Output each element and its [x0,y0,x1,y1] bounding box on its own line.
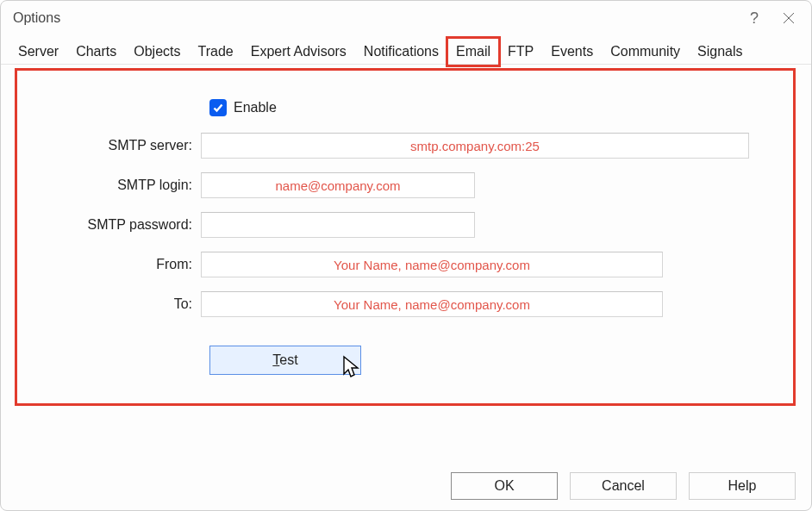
smtp-login-row: SMTP login: [39,171,771,199]
options-dialog: Options ? Server Charts Objects Trade Ex… [0,0,812,511]
tab-ftp[interactable]: FTP [503,39,539,64]
smtp-password-row: SMTP password: [39,211,771,239]
tab-charts[interactable]: Charts [71,39,122,64]
smtp-server-input[interactable] [201,133,749,159]
tab-email[interactable]: Email [451,39,496,64]
from-label: From: [39,257,201,272]
enable-checkbox[interactable] [209,99,227,116]
smtp-server-label: SMTP server: [39,138,201,153]
from-input[interactable] [201,252,663,277]
smtp-password-input[interactable] [201,212,475,238]
titlebar: Options ? [1,1,811,35]
dialog-footer: OK Cancel Help [451,472,796,500]
from-row: From: [39,251,771,278]
test-button[interactable]: Test [209,346,361,375]
tab-notifications[interactable]: Notifications [359,39,444,64]
enable-row: Enable [209,99,771,116]
smtp-password-label: SMTP password: [39,217,201,233]
ok-button[interactable]: OK [451,472,558,500]
help-button[interactable]: Help [689,472,796,500]
tab-signals[interactable]: Signals [692,39,747,64]
cancel-button[interactable]: Cancel [570,472,677,500]
tab-objects[interactable]: Objects [128,39,185,64]
smtp-login-label: SMTP login: [39,178,201,193]
smtp-login-input[interactable] [201,172,475,198]
tab-server[interactable]: Server [13,39,64,64]
to-row: To: [39,290,771,318]
tab-events[interactable]: Events [546,39,598,64]
email-form: Enable SMTP server: SMTP login: SMTP pas… [15,68,796,406]
smtp-server-row: SMTP server: [39,132,771,159]
tab-bar: Server Charts Objects Trade Expert Advis… [1,35,811,65]
tab-trade[interactable]: Trade [193,39,239,64]
tab-community[interactable]: Community [605,39,685,64]
enable-label: Enable [234,100,277,115]
tab-expert-advisors[interactable]: Expert Advisors [246,39,352,64]
help-icon[interactable]: ? [737,1,771,35]
email-panel: Enable SMTP server: SMTP login: SMTP pas… [1,65,811,510]
to-input[interactable] [201,291,663,317]
close-icon[interactable] [771,1,806,35]
window-title: Options [13,10,60,26]
to-label: To: [39,296,201,312]
